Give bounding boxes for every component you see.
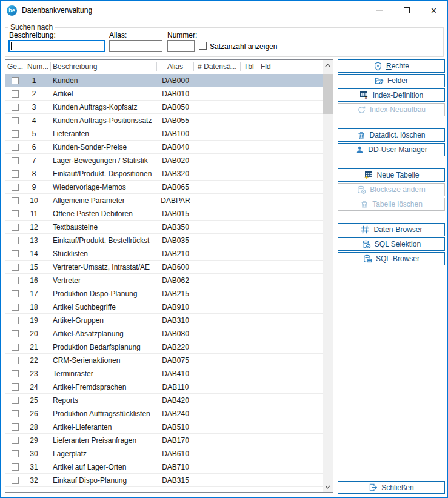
row-checkbox[interactable]: [12, 317, 19, 324]
sql-browser-button[interactable]: SQL-Browser: [338, 252, 445, 265]
row-checkbox[interactable]: [12, 450, 19, 457]
table-row[interactable]: 15Vertreter-Umsatz, Intrastat/AEDAB600: [5, 261, 323, 274]
row-checkbox[interactable]: [12, 144, 19, 151]
row-checkbox-cell: [5, 184, 24, 191]
table-row[interactable]: 12TextbausteineDAB350: [5, 221, 323, 234]
grid-icon: [360, 225, 370, 234]
table-row[interactable]: 2ArtikelDAB010: [5, 87, 323, 101]
row-checkbox[interactable]: [12, 290, 19, 297]
row-checkbox[interactable]: [12, 370, 19, 377]
beschreibung-input[interactable]: [8, 40, 105, 52]
row-alias: DAB610: [157, 450, 194, 458]
row-checkbox[interactable]: [12, 184, 19, 191]
row-checkbox[interactable]: [12, 397, 19, 404]
felder-button[interactable]: Felder: [338, 74, 445, 87]
row-checkbox[interactable]: [12, 250, 19, 257]
table-row[interactable]: 16VertreterDAB062: [5, 274, 323, 287]
maximize-button[interactable]: [393, 1, 420, 20]
dd-user-manager-button[interactable]: DD-User Manager: [338, 143, 445, 156]
table-row[interactable]: 3Kunden Auftrags-KopfsatzDAB050: [5, 101, 323, 114]
table-row[interactable]: 1KundenDAB000: [5, 74, 323, 87]
table-row[interactable]: 31Artikel auf Lager-OrtenDAB710: [5, 460, 323, 474]
table-row[interactable]: 9Wiedervorlage-MemosDAB065: [5, 181, 323, 194]
row-checkbox[interactable]: [12, 304, 19, 311]
column-header[interactable]: Fld: [256, 62, 275, 71]
row-number: 17: [24, 290, 44, 298]
table-row[interactable]: 23TerminrasterDAB410: [5, 367, 323, 380]
table-row[interactable]: 24Artikel-FremdsprachenDAB110: [5, 380, 323, 394]
table-row[interactable]: 10Allgemeine ParameterDABPAR: [5, 194, 323, 207]
table-row[interactable]: 8Einkauf/Produkt. DispositionenDAB320: [5, 167, 323, 181]
table-row[interactable]: 11Offene Posten DebitorenDAB015: [5, 207, 323, 221]
row-checkbox[interactable]: [12, 237, 19, 244]
row-checkbox[interactable]: [12, 357, 19, 364]
minimize-icon: [376, 10, 383, 11]
scrollbar-thumb[interactable]: [323, 74, 333, 114]
alias-input[interactable]: [109, 40, 162, 52]
table-row[interactable]: 21Produktion BedarfsplanungDAB220: [5, 340, 323, 354]
table-row[interactable]: 6Kunden-Sonder-PreiseDAB040: [5, 141, 323, 154]
row-checkbox[interactable]: [12, 104, 19, 111]
table-row[interactable]: 29Lieferanten PreisanfragenDAB170: [5, 434, 323, 447]
row-checkbox[interactable]: [12, 423, 19, 431]
column-header[interactable]: Num...: [24, 62, 51, 71]
row-checkbox[interactable]: [12, 344, 19, 351]
table-row[interactable]: 17Produktion Dispo-PlanungDAB215: [5, 287, 323, 300]
datadict-loeschen-button[interactable]: Datadict. löschen: [338, 128, 445, 142]
table-row[interactable]: 30LagerplatzDAB610: [5, 447, 323, 460]
row-checkbox[interactable]: [12, 90, 19, 98]
row-checkbox[interactable]: [12, 264, 19, 271]
row-checkbox[interactable]: [12, 157, 19, 164]
row-checkbox[interactable]: [12, 224, 19, 231]
trash-icon: [357, 131, 366, 140]
table-row[interactable]: 4Kunden Auftrags-PositionssatzDAB055: [5, 114, 323, 127]
vertical-scrollbar[interactable]: [323, 60, 333, 492]
column-header[interactable]: Alias: [157, 62, 194, 71]
satzanzahl-checkbox[interactable]: [199, 42, 207, 50]
row-checkbox[interactable]: [12, 77, 19, 84]
table-row[interactable]: 22CRM-SerienaktionenDAB075: [5, 354, 323, 367]
daten-browser-button[interactable]: Daten-Browser: [338, 223, 445, 236]
row-checkbox[interactable]: [12, 170, 19, 178]
table-row[interactable]: 14StücklistenDAB210: [5, 247, 323, 261]
refresh-icon: [357, 105, 366, 115]
nummer-input[interactable]: [167, 40, 195, 52]
row-checkbox[interactable]: [12, 463, 19, 471]
table-row[interactable]: 25ReportsDAB420: [5, 394, 323, 407]
row-checkbox[interactable]: [12, 130, 19, 138]
row-alias: DAB075: [157, 356, 194, 365]
row-checkbox[interactable]: [12, 210, 19, 217]
row-checkbox[interactable]: [12, 477, 19, 484]
sql-selektion-button[interactable]: SQL Selektion: [338, 237, 445, 251]
row-checkbox[interactable]: [12, 277, 19, 284]
table-row[interactable]: 26Produktion AuftragsstücklistenDAB240: [5, 407, 323, 420]
table-row[interactable]: 19Artikel-GruppenDAB310: [5, 314, 323, 327]
column-header[interactable]: # Datensä...: [194, 62, 241, 71]
rechte-button[interactable]: Rechte: [338, 59, 445, 73]
row-checkbox[interactable]: [12, 410, 19, 417]
column-header[interactable]: Beschreibung: [51, 62, 157, 71]
row-checkbox[interactable]: [12, 330, 19, 337]
table-row[interactable]: 32Einkauf Dispo-PlanungDAB315: [5, 474, 323, 487]
row-checkbox[interactable]: [12, 117, 19, 124]
table-row[interactable]: 18Artikel SuchbegriffeDAB910: [5, 300, 323, 314]
table-row[interactable]: 5LieferantenDAB100: [5, 127, 323, 141]
table-row[interactable]: 20Artikel-AbsatzplanungDAB080: [5, 327, 323, 340]
close-button[interactable]: ✕: [420, 1, 447, 20]
column-header[interactable]: Ge...: [5, 62, 24, 71]
neue-tabelle-button[interactable]: Neue Tabelle: [338, 168, 445, 182]
table-row[interactable]: 28Artikel-LieferantenDAB510: [5, 420, 323, 434]
table-row[interactable]: 7Lager-Bewegungen / StatistikDAB020: [5, 154, 323, 167]
schliessen-button[interactable]: Schließen: [338, 481, 445, 494]
scroll-up-button[interactable]: [323, 60, 333, 70]
row-checkbox[interactable]: [12, 437, 19, 444]
table-row[interactable]: 13Einkauf/Produkt. BestellrückstDAB035: [5, 234, 323, 247]
column-header[interactable]: Tbl: [241, 62, 256, 71]
svg-text:#: #: [364, 95, 367, 100]
scroll-down-button[interactable]: [323, 482, 333, 492]
index-definition-button[interactable]: #Index-Definition: [338, 88, 445, 102]
row-number: 29: [24, 436, 44, 445]
row-beschreibung: Einkauf/Produkt. Dispositionen: [44, 170, 157, 178]
row-checkbox[interactable]: [12, 383, 19, 391]
row-checkbox[interactable]: [12, 197, 19, 204]
